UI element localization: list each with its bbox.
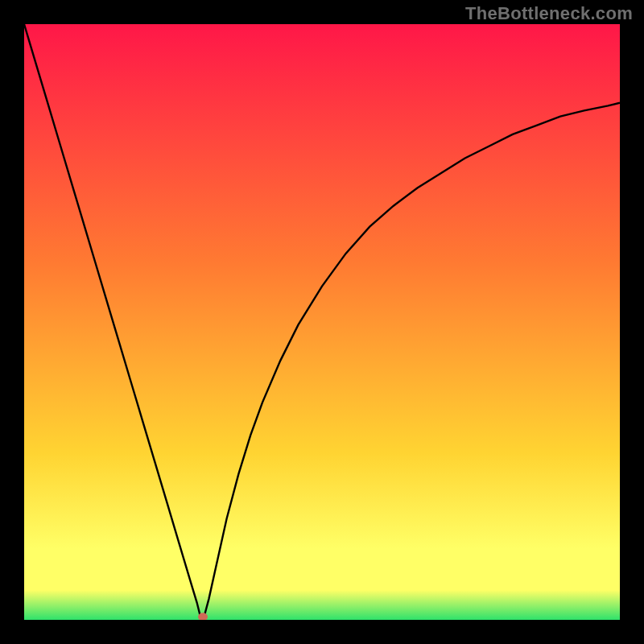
plot-area xyxy=(24,24,620,620)
watermark-text: TheBottleneck.com xyxy=(465,3,633,24)
chart-svg xyxy=(24,24,620,620)
chart-frame: TheBottleneck.com xyxy=(0,0,644,644)
